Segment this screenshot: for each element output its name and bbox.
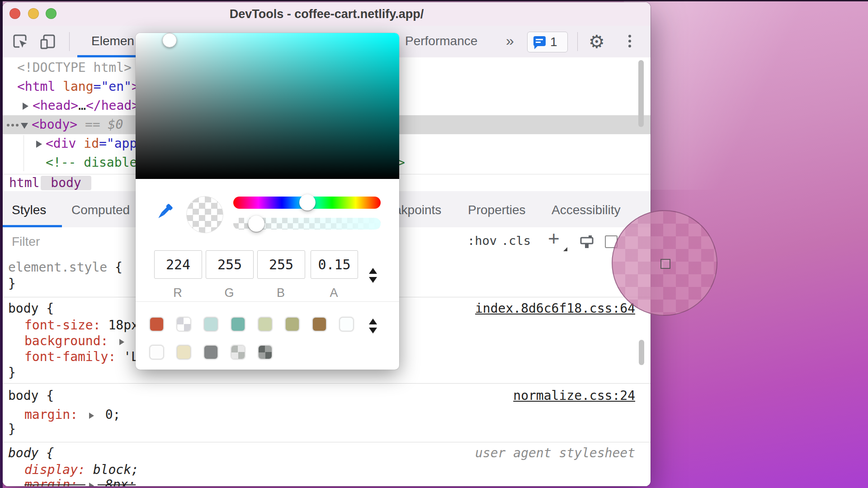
picker-divider: [136, 301, 399, 302]
hue-slider-thumb[interactable]: [299, 194, 316, 211]
red-label: R: [154, 286, 201, 300]
screen-top-edge: [0, 0, 868, 1]
spinner-up-icon[interactable]: [369, 319, 377, 324]
blue-value-input[interactable]: 255: [257, 250, 305, 279]
palette-swatch[interactable]: [340, 318, 353, 331]
eyedropper-loupe[interactable]: [612, 210, 717, 316]
rule2-selector[interactable]: body {: [8, 388, 54, 404]
open-brace: {: [115, 260, 123, 275]
breadcrumb-item-body[interactable]: body: [41, 176, 91, 190]
html-attr-name: lang: [55, 79, 93, 94]
saturation-value-gradient[interactable]: [136, 33, 399, 179]
rule1-prop-font-size[interactable]: font-size: 18px: [24, 318, 139, 333]
equals-text: ==: [77, 117, 108, 132]
rule1-prop-background[interactable]: background:: [24, 333, 149, 349]
styles-scrollbar-thumb[interactable]: [639, 340, 644, 365]
rule3-prop-margin-overridden[interactable]: margin: 8px;: [24, 477, 136, 486]
spinner-down-icon[interactable]: [369, 277, 377, 283]
alpha-slider-thumb[interactable]: [248, 216, 264, 232]
dollar-zero-badge: $0: [108, 117, 123, 132]
indent-guide: [24, 135, 24, 171]
tab-elements[interactable]: Elemen: [91, 34, 134, 48]
tab-performance[interactable]: Performance: [405, 34, 477, 48]
chat-line: [536, 39, 543, 40]
paint-brush-icon[interactable]: [579, 234, 595, 250]
window-title: DevTools - coffee-cart.netlify.app/: [3, 7, 651, 21]
toggle-hover-state-button[interactable]: :hov: [467, 234, 497, 248]
eyedropper-icon[interactable]: [154, 202, 175, 223]
property-name: font-family:: [24, 349, 116, 364]
palette-swatch[interactable]: [259, 346, 272, 359]
tab-computed[interactable]: Computed: [71, 203, 130, 217]
expand-arrow-icon[interactable]: [89, 413, 94, 419]
tab-breakpoints-fragment[interactable]: akpoints: [394, 203, 441, 217]
spinner-down-icon[interactable]: [369, 328, 377, 333]
rule-divider: [3, 383, 651, 384]
palette-swatch[interactable]: [259, 318, 272, 331]
more-tabs-icon[interactable]: »: [506, 33, 514, 49]
red-value-input[interactable]: 224: [154, 250, 202, 279]
settings-gear-icon[interactable]: ⚙: [589, 31, 605, 52]
elements-scrollbar-thumb[interactable]: [638, 60, 644, 127]
tab-properties[interactable]: Properties: [468, 203, 526, 217]
property-name: background:: [24, 333, 108, 348]
rule3-prop-display[interactable]: display: block;: [24, 462, 139, 478]
breadcrumb-item-html[interactable]: html: [9, 175, 39, 190]
palette-swatch[interactable]: [150, 318, 163, 331]
palette-swatch[interactable]: [231, 318, 245, 331]
color-position-indicator[interactable]: [162, 33, 177, 47]
wallpaper-highlight: [624, 0, 868, 190]
rule3-selector[interactable]: body {: [8, 446, 54, 461]
palette-swatch[interactable]: [150, 346, 163, 359]
alpha-value-input[interactable]: 0.15: [311, 250, 358, 279]
rule1-prop-font-family[interactable]: font-family: 'L: [24, 349, 139, 365]
rule1-source-link[interactable]: index.8d6c6f18.css:64: [475, 301, 635, 316]
palette-swatch[interactable]: [286, 318, 299, 331]
title-bar[interactable]: DevTools - coffee-cart.netlify.app/: [3, 2, 651, 26]
expand-arrow-icon[interactable]: [89, 483, 94, 486]
palette-swatch[interactable]: [177, 346, 190, 359]
palette-row-1: [150, 318, 353, 331]
more-actions-icon[interactable]: [7, 124, 19, 127]
device-toolbar-icon[interactable]: [39, 33, 57, 50]
html-attr-value: ="en": [94, 79, 132, 94]
color-format-spinner[interactable]: [369, 268, 377, 283]
tab-styles[interactable]: Styles: [12, 203, 46, 217]
collapse-arrow-icon[interactable]: [21, 123, 28, 129]
doctype-text: <!DOCTYPE html>: [17, 60, 132, 75]
palette-swatch[interactable]: [231, 346, 245, 359]
console-messages-button[interactable]: 1: [527, 32, 568, 52]
spinner-up-icon[interactable]: [369, 268, 377, 274]
inspect-element-icon[interactable]: [12, 33, 29, 50]
div-attr-name: id: [76, 136, 99, 151]
palette-pager-spinner[interactable]: [369, 319, 377, 333]
new-rule-dropdown-corner: [563, 247, 567, 251]
palette-swatch[interactable]: [204, 346, 217, 359]
comment-text: <!-- disable: [46, 155, 137, 170]
palette-swatch[interactable]: [177, 318, 190, 331]
expand-arrow-icon[interactable]: [23, 103, 28, 110]
new-style-rule-button[interactable]: +: [548, 227, 560, 250]
div-tag: <div: [46, 136, 76, 151]
close-brace: }: [8, 422, 16, 437]
property-name: margin:: [24, 407, 78, 422]
palette-swatch[interactable]: [204, 318, 217, 331]
tab-accessibility[interactable]: Accessibility: [552, 203, 620, 217]
rule2-prop-margin[interactable]: margin: 0;: [24, 407, 120, 422]
expand-arrow-icon[interactable]: [119, 339, 124, 345]
current-color-swatch[interactable]: [186, 196, 223, 233]
expand-arrow-icon[interactable]: [36, 141, 42, 148]
green-value-input[interactable]: 255: [206, 250, 254, 279]
toggle-class-button[interactable]: .cls: [501, 234, 531, 248]
element-style-selector[interactable]: element.style {: [8, 260, 123, 275]
property-name: display:: [24, 462, 85, 477]
loupe-center-pixel: [660, 259, 670, 269]
rule2-source-link[interactable]: normalize.css:24: [513, 388, 635, 404]
selector-text: element.style: [8, 260, 107, 275]
palette-swatch[interactable]: [313, 318, 326, 331]
more-options-icon[interactable]: [628, 35, 631, 47]
rule1-selector[interactable]: body {: [8, 301, 54, 316]
rule-divider: [3, 442, 651, 442]
html-tag: <html: [17, 79, 55, 94]
color-picker-popover: 224 255 255 0.15 R G B A: [136, 33, 399, 370]
